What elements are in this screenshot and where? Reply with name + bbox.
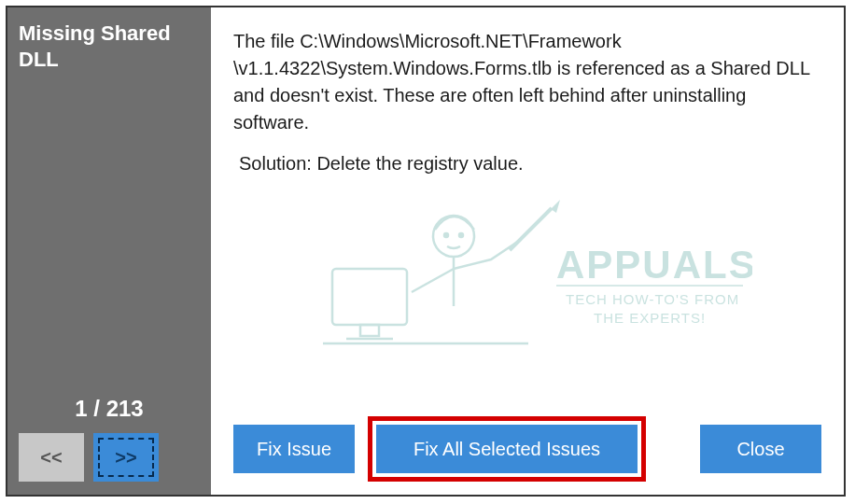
sidebar-bottom: 1 / 213 << >> [19,396,200,482]
issue-counter: 1 / 213 [19,396,200,422]
fix-all-selected-button[interactable]: Fix All Selected Issues [376,425,638,473]
issue-description: The file C:\Windows\Microsoft.NET\Framew… [233,28,821,136]
watermark-brand-text: APPUALS [556,243,752,287]
watermark-logo: APPUALS TECH HOW-TO'S FROM THE EXPERTS! [323,194,752,371]
svg-rect-1 [332,269,407,325]
watermark-tagline1: TECH HOW-TO'S FROM [566,291,739,307]
issue-solution: Solution: Delete the registry value. [239,153,821,175]
svg-point-4 [433,216,474,257]
main-panel: The file C:\Windows\Microsoft.NET\Framew… [211,7,844,495]
svg-line-7 [510,208,552,250]
fix-issue-button[interactable]: Fix Issue [233,425,355,473]
nav-row: << >> [19,433,200,482]
issue-title: Missing Shared DLL [19,21,200,72]
dialog-window: Missing Shared DLL 1 / 213 << >> The fil… [6,6,846,497]
button-row: Fix Issue Fix All Selected Issues Close [233,416,821,482]
svg-point-6 [459,233,463,237]
close-button[interactable]: Close [700,425,821,473]
next-button[interactable]: >> [93,433,159,482]
svg-marker-8 [551,200,560,213]
watermark-tagline2: THE EXPERTS! [594,310,706,326]
svg-point-5 [444,233,448,237]
prev-button[interactable]: << [19,433,84,482]
sidebar: Missing Shared DLL 1 / 213 << >> [7,7,211,495]
highlight-annotation: Fix All Selected Issues [368,416,646,482]
svg-rect-2 [360,325,379,336]
